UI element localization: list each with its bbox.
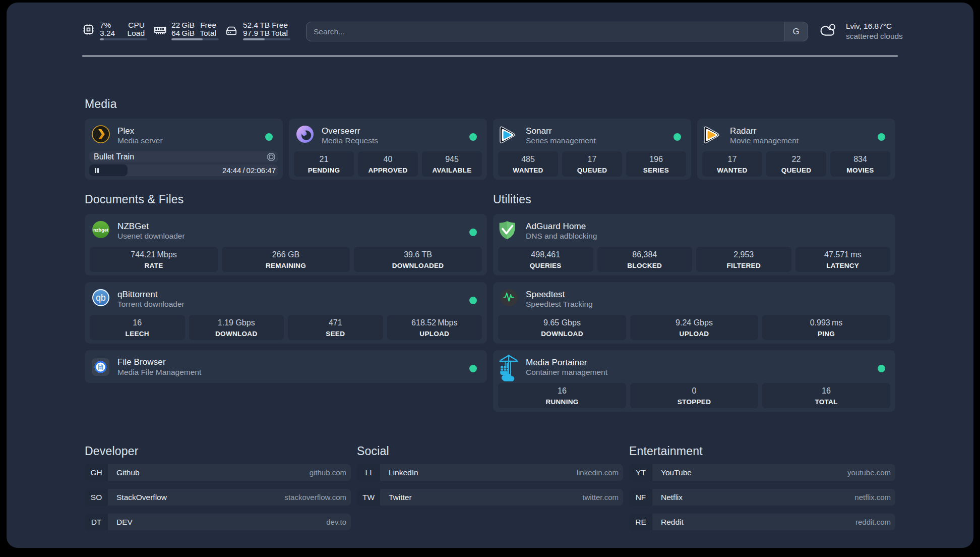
svg-text:qb: qb	[96, 293, 105, 303]
svg-text:nzbget: nzbget	[93, 227, 108, 233]
